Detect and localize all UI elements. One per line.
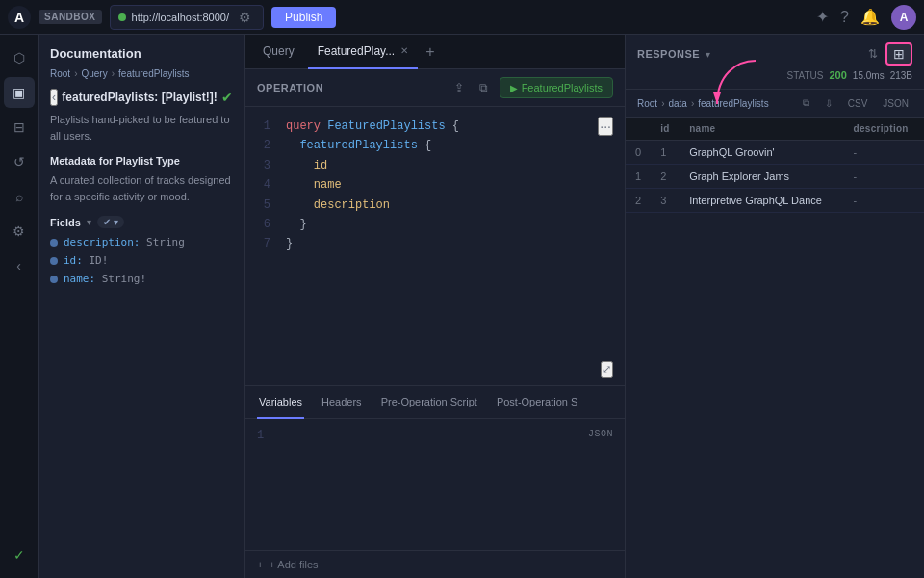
response-chevron-icon[interactable]: ▾ [706,49,710,60]
code-more-button[interactable]: ··· [598,117,613,136]
code-line-7: 7 } [257,234,613,253]
table-row[interactable]: 1 2 Graph Explorer Jams - [626,165,924,189]
add-files-button[interactable]: + + Add files [245,550,625,578]
code-line-2: 2 featuredPlaylists { [257,136,613,155]
row-description: - [844,189,924,213]
response-time: 15.0ms [853,70,885,81]
response-header-row2: STATUS 200 15.0ms 213B [637,69,912,81]
doc-back-button[interactable]: ‹ [50,89,58,106]
breadcrumb-featured[interactable]: featuredPlaylists [118,68,189,79]
entity-description: Playlists hand-picked to be featured to … [50,112,233,144]
copy-response-button[interactable]: ⧉ [799,95,813,111]
tab-add-button[interactable]: + [422,43,438,61]
upload-icon-button[interactable]: ⇪ [450,79,468,96]
tab-close-icon[interactable]: ✕ [400,45,408,56]
row-description: - [844,141,924,165]
fields-badge-chevron-icon: ▾ [114,217,118,227]
field-dot-icon [50,239,58,247]
check-icon-button[interactable]: ✓ [4,539,35,570]
fields-header: Fields ▾ ✔ ▾ [50,216,233,228]
fields-chevron-icon[interactable]: ▾ [87,217,91,227]
main-layout: ⬡ ▣ ⊟ ↺ ⌕ ⚙ ‹ ✓ Documentation Root › Que… [0,35,924,578]
documentation-panel: Documentation Root › Query › featuredPla… [38,35,245,578]
copy-icon-button[interactable]: ⧉ [475,79,492,96]
json-export-button[interactable]: JSON [879,95,912,111]
field-id-text: id: ID! [64,254,108,267]
collapse-icon-button[interactable]: ‹ [4,250,35,281]
run-button[interactable]: ▶ FeaturedPlaylists [500,77,613,98]
json-label: JSON [588,429,613,439]
csv-export-button[interactable]: CSV [844,95,872,111]
avatar[interactable]: A [891,5,916,30]
add-files-label: + Add files [269,559,318,570]
row-name: Graph Explorer Jams [680,165,843,189]
field-name: name: String! [50,273,233,285]
document-icon-button[interactable]: ▣ [4,77,35,108]
data-table: id name description 0 1 GraphQL Groovin'… [626,118,924,213]
row-index: 0 [626,141,651,165]
url-bar[interactable]: http://localhost:8000/ ⚙ [110,5,265,30]
url-text: http://localhost:8000/ [132,12,230,23]
fields-label: Fields [50,217,81,228]
verified-badge: ✔ [221,90,233,105]
operation-title: OPERATION [257,82,323,93]
search-icon-button[interactable]: ⌕ [4,181,35,212]
bookmark-icon-button[interactable]: ⊟ [4,112,35,143]
resp-bc-featured[interactable]: featuredPlaylists [698,98,768,109]
variables-tab[interactable]: Variables [257,386,304,419]
field-description-text: description: String [64,236,185,249]
response-header: RESPONSE ▾ ⇅ ⊞ STATUS 200 15.0ms 213B [626,35,924,90]
row-name: Interpretive GraphQL Dance [680,189,843,213]
table-row[interactable]: 0 1 GraphQL Groovin' - [626,141,924,165]
response-sort-button[interactable]: ⇅ [866,45,880,63]
variables-body[interactable]: 1 JSON [245,419,625,550]
response-table: id name description 0 1 GraphQL Groovin'… [626,118,924,578]
field-dot-icon [50,276,58,283]
publish-button[interactable]: Publish [271,7,336,28]
breadcrumb: Root › Query › featuredPlaylists [50,68,233,79]
tab-bar: Query FeaturedPlay... ✕ + [245,35,625,69]
code-line-5: 5 description [257,196,613,215]
resp-bc-root[interactable]: Root [637,98,657,109]
help-icon[interactable]: ? [840,9,849,26]
table-header-row: id name description [626,118,924,141]
response-breadcrumb: Root › data › featuredPlaylists ⧉ ⇩ CSV … [626,90,924,118]
table-row[interactable]: 2 3 Interpretive GraphQL Dance - [626,189,924,213]
download-response-button[interactable]: ⇩ [821,95,836,111]
grid-view-button[interactable]: ⊞ [886,42,912,66]
play-icon: ▶ [510,83,518,93]
post-operation-tab[interactable]: Post-Operation S [495,386,579,419]
status-code: 200 [829,69,846,81]
headers-tab[interactable]: Headers [320,386,364,419]
url-settings-button[interactable]: ⚙ [235,8,255,27]
settings-icon-button[interactable]: ⚙ [4,216,35,247]
resp-bc-data[interactable]: data [668,98,686,109]
breadcrumb-query[interactable]: Query [81,68,107,79]
row-description: - [844,165,924,189]
ai-icon[interactable]: ✦ [816,8,829,26]
row-id: 2 [651,165,680,189]
tab-featured-playlists[interactable]: FeaturedPlay... ✕ [308,35,418,69]
row-id: 3 [651,189,680,213]
bell-icon[interactable]: 🔔 [860,8,880,26]
col-description: description [844,118,924,141]
code-editor[interactable]: ··· 1 query FeaturedPlaylists { 2 featur… [245,107,625,385]
row-index: 1 [626,165,651,189]
fields-filter-badge[interactable]: ✔ ▾ [97,216,124,228]
operation-panel: Query FeaturedPlay... ✕ + OPERATION ⇪ ⧉ … [245,35,626,578]
run-button-label: FeaturedPlaylists [522,82,603,93]
response-panel: RESPONSE ▾ ⇅ ⊞ STATUS 200 15.0ms 213B Ro… [626,35,924,578]
code-line-3: 3 id [257,156,613,175]
entity-name: featuredPlaylists: [Playlist!]! [62,91,217,104]
field-name-text: name: String! [64,273,146,285]
breadcrumb-root[interactable]: Root [50,68,70,79]
graph-icon-button[interactable]: ⬡ [4,42,35,73]
metadata-section-title: Metadata for Playlist Type [50,155,233,167]
icon-bar: ⬡ ▣ ⊟ ↺ ⌕ ⚙ ‹ ✓ [0,35,38,578]
response-export-actions: ⧉ ⇩ CSV JSON [799,95,912,111]
expand-icon-button[interactable]: ⤢ [601,361,613,378]
tab-query[interactable]: Query [253,35,304,69]
response-header-row1: RESPONSE ▾ ⇅ ⊞ [637,42,912,66]
history-icon-button[interactable]: ↺ [4,146,35,177]
pre-operation-tab[interactable]: Pre-Operation Script [379,386,479,419]
